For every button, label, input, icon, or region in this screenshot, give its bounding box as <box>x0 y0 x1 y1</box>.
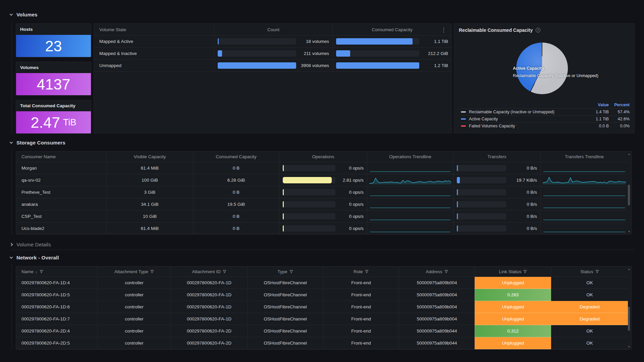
name-cell: 000297800620-FA-1D:6 <box>16 301 97 313</box>
filter-icon[interactable] <box>365 270 369 274</box>
column-header-label[interactable]: Link Status <box>499 269 522 274</box>
network-row: 000297800620-FA-1D:7controller0002978006… <box>16 313 631 325</box>
bar-gauge: 0 B/s <box>453 201 540 207</box>
sparkline-chart <box>369 212 451 221</box>
stat-value-area: 4137 <box>16 73 91 95</box>
attachment-type-cell: controller <box>97 277 171 289</box>
stat-value: 2.47 <box>31 115 60 130</box>
bar-gauge-value: 0 B/s <box>506 202 537 207</box>
operations-cell: 0 ops/s <box>279 223 367 235</box>
sort-descending-icon[interactable]: ↓ <box>35 269 38 274</box>
filter-icon[interactable] <box>523 270 527 274</box>
column-header-label[interactable]: Attachment Type <box>114 269 148 274</box>
column-header-label[interactable]: Status <box>580 269 593 274</box>
sparkline-chart <box>543 176 626 185</box>
section-volume-details-header[interactable]: Volume Details <box>10 241 51 248</box>
bar-gauge-fill <box>283 177 332 183</box>
stat-title: Total Consumed Capacity <box>16 100 91 111</box>
filter-icon[interactable] <box>223 270 226 274</box>
column-header-label[interactable]: Role <box>354 269 363 274</box>
legend-sort-value[interactable]: Value <box>585 103 609 107</box>
column-header-consumed-capacity: Consumed Capacity <box>332 24 451 36</box>
consumed-capacity-cell: 0 B <box>193 223 279 235</box>
bar-gauge-track <box>457 225 506 232</box>
filter-icon[interactable] <box>444 270 448 274</box>
volume-state-row: Mapped & Active18 volumes1.1 TiB <box>94 36 451 48</box>
bar-gauge-track <box>457 177 506 183</box>
panel-menu-icon[interactable]: ⋮ <box>439 26 448 34</box>
scrollbar-thumb[interactable] <box>628 307 630 331</box>
consumer-name-cell: anakara <box>16 198 106 210</box>
sparkline-chart <box>543 224 626 233</box>
legend-series-label[interactable]: Reclaimable Capacity (Inactive or Unmapp… <box>469 110 585 114</box>
legend-row: Reclaimable Capacity (Inactive or Unmapp… <box>460 108 630 115</box>
bar-gauge-fill <box>336 38 413 45</box>
status-cell: OK <box>551 277 628 289</box>
bar-gauge-fill <box>457 177 460 183</box>
sparkline-chart <box>543 200 626 209</box>
scroll-down-icon[interactable]: ▼ <box>628 346 631 348</box>
filter-icon[interactable] <box>150 270 154 274</box>
volume-state-cell: Mapped & Inactive <box>94 48 214 60</box>
transfers-trendline-cell <box>540 198 628 210</box>
bar-gauge: 0 B/s <box>453 189 540 195</box>
sparkline-chart <box>369 224 451 233</box>
bar-gauge: 3908 volumes <box>214 62 332 69</box>
transfers-trendline-cell <box>540 210 628 223</box>
bar-gauge-track <box>457 201 506 207</box>
scroll-up-icon[interactable]: ▲ <box>628 268 631 270</box>
column-header-label[interactable]: Attachment ID <box>192 269 221 274</box>
section-storage-header[interactable]: Storage Consumers <box>10 139 65 146</box>
volume-count-cell: 18 volumes <box>214 36 332 48</box>
visible-capacity-cell: 10 GiB <box>106 210 193 223</box>
role-cell: Front-end <box>323 337 399 349</box>
address-cell: 50000975a809b004 <box>399 301 475 313</box>
legend-series-value: 1.1 TiB <box>585 117 609 121</box>
bar-gauge: 1.2 TiB <box>333 62 451 69</box>
consumer-row: Pretheve_Test3 GiB0 B0 ops/s0 B/s <box>16 186 631 198</box>
legend-sort-percent[interactable]: Percent <box>609 103 630 107</box>
bar-gauge-fill <box>218 50 222 57</box>
section-indent-line <box>12 21 12 134</box>
volume-state-panel: ⋮ Volume StateCountConsumed CapacityMapp… <box>94 23 452 133</box>
section-volumes-header[interactable]: Volumes <box>10 11 38 18</box>
consumed-capacity-cell: 0 B <box>193 186 279 198</box>
info-icon[interactable]: i <box>536 28 540 33</box>
column-header-label[interactable]: Type <box>277 269 287 274</box>
bar-gauge-track <box>336 50 419 57</box>
stat-panel-hosts: Hosts 23 <box>16 23 91 57</box>
name-cell: 000297800620-FA-2D:4 <box>16 325 97 337</box>
scrollbar-thumb[interactable] <box>628 185 630 205</box>
network-row: 000297800620-FA-1D:5controller0002978006… <box>16 289 631 301</box>
bar-gauge-value: 0 ops/s <box>335 214 364 219</box>
consumed-capacity-cell: 19.5 GiB <box>193 198 279 210</box>
operations-cell: 0 ops/s <box>279 198 367 210</box>
bar-gauge-value: 0 ops/s <box>335 226 364 231</box>
filter-icon[interactable] <box>595 270 599 274</box>
operations-trendline-cell <box>367 198 453 210</box>
scroll-down-icon[interactable]: ▼ <box>628 230 631 233</box>
column-header-transfers: Transfers <box>453 152 540 162</box>
consumed-capacity-cell: 0 B <box>193 210 279 223</box>
transfers-cell: 0 B/s <box>453 223 540 235</box>
scroll-up-icon[interactable]: ▲ <box>628 153 631 155</box>
operations-cell: 0 ops/s <box>279 162 367 174</box>
legend-series-label[interactable]: Active Capacity <box>469 117 585 121</box>
section-network-header[interactable]: Network - Overall <box>10 254 59 261</box>
attachment-type-cell: controller <box>97 325 171 337</box>
filter-icon[interactable] <box>289 270 293 274</box>
column-header-label[interactable]: Name <box>21 269 34 274</box>
network-row: 000297800620-FA-2D:4controller0002978006… <box>16 325 631 337</box>
stat-panel-total-consumed: Total Consumed Capacity 2.47 TiB <box>16 100 91 134</box>
consumer-name-cell: Morgan <box>16 162 106 174</box>
bar-gauge-fill <box>283 213 284 220</box>
address-cell: 50000975a809b044 <box>399 325 475 337</box>
consumer-name-cell: qa-srv-02 <box>16 174 106 186</box>
bar-gauge-track <box>283 165 335 171</box>
column-header-label[interactable]: Address <box>426 269 442 274</box>
bar-gauge-value: 18 volumes <box>296 39 329 44</box>
legend-series-label[interactable]: Failed Volumes Capacity <box>469 124 585 128</box>
network-row: 000297800620-FA-1D:4controller0002978006… <box>16 277 631 289</box>
filter-icon[interactable] <box>40 270 43 274</box>
role-cell: Front-end <box>323 325 399 337</box>
